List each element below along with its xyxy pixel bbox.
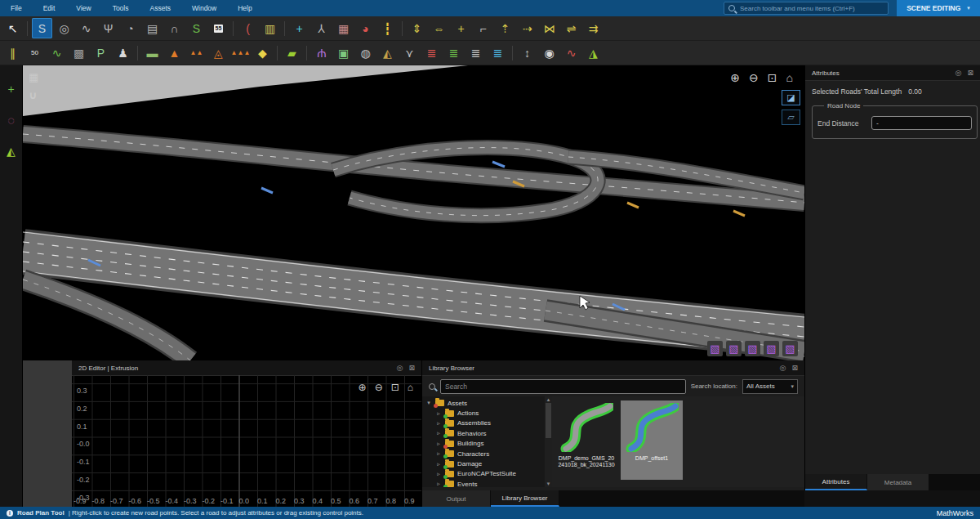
asset-card[interactable]: DMP_offset1 (621, 400, 683, 480)
tollgate-tool[interactable]: ∩ (164, 18, 185, 38)
display-mode-cube-3[interactable]: ▧ (745, 341, 760, 356)
tree-item-characters[interactable]: ▹Characters (422, 449, 545, 459)
frame-selection-button[interactable]: ⊡ (768, 71, 777, 84)
lane-merge-tool[interactable]: ⇌ (561, 18, 581, 38)
measure-tool[interactable]: ↕ (517, 43, 537, 63)
scroll-down-icon[interactable]: ▼ (546, 481, 551, 486)
prop-span-tool[interactable]: ▲▲ (186, 43, 207, 63)
lane-offset-tool[interactable]: + (451, 18, 471, 38)
snap-magnet-button[interactable]: ∪ (29, 90, 38, 101)
menu-file[interactable]: File (0, 0, 33, 16)
tree-expander-icon[interactable]: ▹ (435, 461, 442, 468)
asset-card[interactable]: DMP_demo_GMS_20241018_bk_20241130 (555, 400, 617, 480)
zoom-in-button[interactable]: ⊕ (730, 71, 740, 84)
panel-menu-icon[interactable]: ◎ (956, 69, 962, 77)
lane-layers-tool[interactable]: ≣ (443, 43, 464, 63)
global-search-box[interactable] (724, 2, 889, 15)
select-tool[interactable]: ↖ (2, 18, 23, 38)
display-mode-cube-4[interactable]: ▧ (764, 341, 779, 356)
export-preview-tool[interactable]: ∿ (561, 43, 581, 63)
panel-close-icon[interactable]: ⊠ (791, 364, 798, 372)
tree-item-assemblies[interactable]: ▹Assemblies (422, 418, 545, 428)
lane-marking-tool[interactable]: ⇡ (495, 18, 515, 38)
tab-library-browser[interactable]: Library Browser (491, 490, 559, 507)
library-search-input[interactable] (440, 379, 686, 394)
rotate-gizmo-tool[interactable]: ◌ (2, 111, 20, 129)
curb-marking-tool[interactable]: ( (238, 18, 258, 38)
extrusion-plot[interactable] (72, 375, 421, 507)
anchor-tool[interactable]: Ψ (311, 43, 332, 63)
camera-tool[interactable]: ◉ (539, 43, 559, 63)
ortho-view-button[interactable]: ▱ (782, 110, 800, 125)
tree-expander-icon[interactable]: ▹ (435, 420, 442, 427)
home-view-button[interactable]: ⌂ (786, 71, 793, 84)
menu-tools[interactable]: Tools (102, 0, 140, 16)
lane-add-tool[interactable]: ⇕ (407, 18, 427, 38)
traffic-signal-tool[interactable]: ┇ (377, 18, 398, 38)
menu-window[interactable]: Window (181, 0, 227, 16)
menu-help[interactable]: Help (227, 0, 262, 16)
tree-expander-icon[interactable]: ▹ (435, 410, 442, 417)
road-corner-tool[interactable]: ◔ (120, 18, 140, 38)
pedestrian-path-tool[interactable]: ♟ (113, 43, 133, 63)
plot-frame-button[interactable]: ⊡ (391, 382, 399, 393)
tree-item-damage[interactable]: ▹Damage (422, 459, 545, 468)
panel-close-icon[interactable]: ⊠ (967, 69, 973, 77)
zoom-out-button[interactable]: ⊖ (749, 71, 759, 84)
tree-expander-icon[interactable]: ▹ (435, 450, 442, 457)
graph-edit-tool[interactable]: ⋎ (399, 43, 420, 63)
scroll-thumb[interactable] (546, 403, 551, 438)
road-lanes-tool[interactable]: ▤ (142, 18, 163, 38)
display-mode-cube-2[interactable]: ▧ (726, 341, 742, 356)
display-mode-cube-1[interactable]: ▧ (707, 341, 723, 356)
lane-carve-tool[interactable]: ⌐ (473, 18, 493, 38)
tree-item-actions[interactable]: ▹Actions (422, 408, 545, 418)
terrain-tool[interactable]: ▰ (282, 43, 302, 63)
tree-item-assets[interactable]: ▾Assets (422, 398, 545, 408)
scene-viewport[interactable]: ▦ ∪ ⊕ ⊖ ⊡ ⌂ ◪▱ ▧▧▧▧▧ (23, 65, 804, 360)
plot-home-button[interactable]: ⌂ (408, 382, 413, 393)
prop-polygon-tool[interactable]: ▬ (142, 43, 163, 63)
lane-marking-style-tool[interactable]: ∥ (2, 43, 23, 63)
elevation-tool[interactable]: ◍ (355, 43, 376, 63)
parking-lot-tool[interactable]: ▩ (69, 43, 89, 63)
tab-output[interactable]: Output (422, 490, 491, 507)
prop-point-tool[interactable]: ▲ (164, 43, 185, 63)
imagery-tool[interactable]: ▣ (333, 43, 354, 63)
tree-expander-icon[interactable]: ▹ (435, 430, 442, 436)
marking-layers-tool[interactable]: ≣ (466, 43, 486, 63)
surface-road-tool[interactable]: S (186, 18, 207, 38)
display-mode-cube-5[interactable]: ▧ (782, 341, 798, 356)
scene-editing-mode-button[interactable]: SCENE EDITING ▾ (897, 0, 980, 16)
end-distance-input[interactable] (871, 116, 972, 130)
terrain-sculpt-tool[interactable]: ◭ (2, 142, 20, 160)
tree-scrollbar[interactable]: ▲ ▼ (545, 396, 552, 487)
road-plan-tool[interactable]: S (32, 18, 52, 38)
plot-zoom-in-button[interactable]: ⊕ (359, 382, 367, 393)
map-marking-tool[interactable]: ▥ (260, 18, 280, 38)
grid-toggle-button[interactable]: ▦ (29, 72, 38, 83)
tree-item-behaviors[interactable]: ▹Behaviors (422, 428, 545, 438)
marking-offset-tool[interactable]: ⇉ (583, 18, 604, 38)
road-curve-tool[interactable]: ∿ (76, 18, 96, 38)
prop-curve-tool[interactable]: ◬ (208, 43, 229, 63)
plot-zoom-out-button[interactable]: ⊖ (375, 382, 383, 393)
menu-edit[interactable]: Edit (33, 0, 66, 16)
panel-close-icon[interactable]: ⊠ (408, 364, 415, 372)
tree-expander-icon[interactable]: ▹ (435, 441, 442, 447)
prop-row-tool[interactable]: ▲▲▲ (230, 43, 251, 63)
road-split-tool[interactable]: Ψ (98, 18, 118, 38)
panel-menu-icon[interactable]: ◎ (397, 364, 403, 372)
tree-expander-icon[interactable]: ▹ (435, 471, 442, 477)
panel-menu-icon[interactable]: ◎ (780, 364, 786, 372)
global-search-input[interactable] (738, 4, 872, 13)
anchor-layers-tool[interactable]: ≣ (488, 43, 508, 63)
menu-view[interactable]: View (65, 0, 101, 16)
tab-metadata[interactable]: Metadata (867, 474, 929, 490)
marking-span-tool[interactable]: ⇢ (517, 18, 537, 38)
tree-item-euroncaptestsuite[interactable]: ▹EuroNCAPTestSuite (422, 469, 545, 479)
menu-assets[interactable]: Assets (139, 0, 181, 16)
tree-item-events[interactable]: ▹Events (422, 479, 545, 487)
move-gizmo-tool[interactable]: + (2, 80, 20, 98)
tree-item-buildings[interactable]: ▹Buildings (422, 439, 545, 449)
